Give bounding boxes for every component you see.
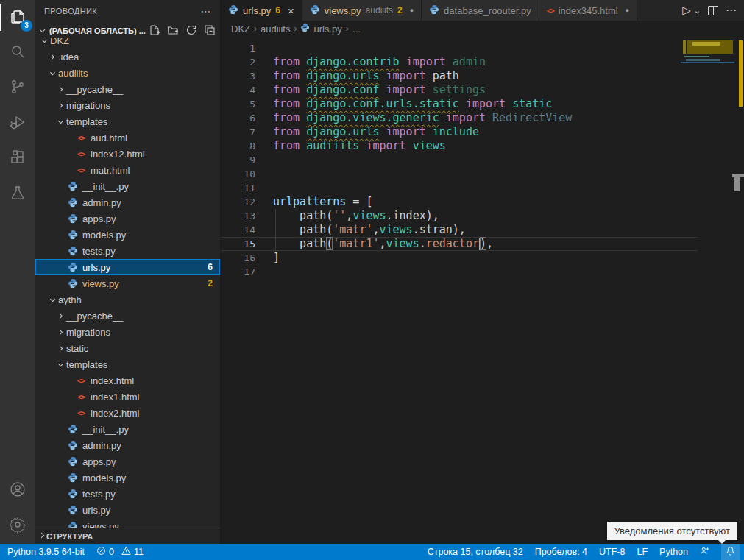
status-problems[interactable]: 011 (96, 544, 144, 560)
chevron-down-icon (38, 37, 50, 45)
code-line-11[interactable]: 11 (221, 181, 698, 195)
status-feedback[interactable] (700, 544, 709, 560)
code-line-4[interactable]: 4from django.conf import settings (221, 83, 698, 97)
activitybar-settings[interactable] (0, 508, 35, 544)
tab-urls.py[interactable]: urls.py6× (221, 0, 302, 21)
code-line-13[interactable]: 13 path('',views.index), (221, 209, 698, 223)
breadcrumb[interactable]: DKZ›audiiits›urls.py›... (221, 21, 744, 37)
split-editor-button[interactable] (708, 6, 718, 15)
tree-item-DKZ[interactable]: DKZ (35, 32, 220, 49)
breadcrumb-separator-icon: › (346, 24, 349, 34)
tree-item-__init__.py[interactable]: __init__.py (35, 421, 220, 437)
tab-bar: urls.py6×views.pyaudiiits2●database_roou… (221, 0, 744, 21)
tree-item-.idea[interactable]: .idea (35, 49, 220, 65)
tree-item-matr.html[interactable]: <>matr.html (35, 162, 220, 178)
code-line-3[interactable]: 3from django.urls import path (221, 69, 698, 83)
tree-item-__init__.py[interactable]: __init__.py (35, 178, 220, 194)
run-python-file-button[interactable]: ▷ (682, 4, 691, 17)
explorer-more-actions-icon[interactable]: ⋯ (201, 5, 211, 17)
tree-item-models.py[interactable]: models.py (35, 469, 220, 486)
breadcrumb-item[interactable]: DKZ (231, 24, 250, 35)
code-line-1[interactable]: 1 (221, 41, 698, 55)
tree-item-index1.html[interactable]: <>index1.html (35, 389, 220, 405)
activitybar-run-debug[interactable] (0, 106, 35, 141)
tree-item-index2.html[interactable]: <>index2.html (35, 405, 220, 421)
status-eol[interactable]: LF (637, 544, 648, 560)
tree-item-label: views.py (82, 278, 119, 289)
code-line-9[interactable]: 9 (221, 153, 698, 167)
tree-item-audiiits[interactable]: audiiits (35, 65, 220, 81)
tree-item-tests.py[interactable]: tests.py (35, 486, 220, 502)
tree-item-label: index1.html (91, 391, 139, 403)
tree-item-label: migrations (66, 100, 110, 111)
line-number: 15 (221, 237, 255, 251)
status-python-interpreter[interactable]: Python 3.9.5 64-bit (7, 544, 85, 560)
status-indentation[interactable]: Пробелов: 4 (535, 544, 587, 560)
editor-more-actions-button[interactable]: ⋯ (726, 4, 737, 17)
code-line-17[interactable]: 17 (221, 265, 698, 279)
tree-item-static[interactable]: static (35, 340, 220, 356)
tree-item-migrations[interactable]: migrations (35, 97, 220, 113)
close-icon[interactable]: × (288, 4, 294, 17)
run-dropdown-icon[interactable]: ⌄ (694, 6, 701, 15)
tree-item-aud.html[interactable]: <>aud.html (35, 130, 220, 146)
python-icon (429, 4, 439, 17)
tree-item-__pycache__[interactable]: __pycache__ (35, 81, 220, 97)
activitybar-testing[interactable] (0, 177, 35, 212)
scm-icon (9, 78, 26, 99)
code-line-14[interactable]: 14 path('matr',views.stran), (221, 223, 698, 237)
tab-views.py[interactable]: views.pyaudiiits2● (302, 0, 422, 21)
status-language-mode[interactable]: Python (659, 544, 688, 560)
code-line-2[interactable]: 2from django.contrib import admin (221, 55, 698, 69)
tree-item-tests.py[interactable]: tests.py (35, 243, 220, 259)
tree-item-__pycache__[interactable]: __pycache__ (35, 308, 220, 324)
activitybar-search[interactable] (0, 35, 35, 71)
breadcrumb-item[interactable]: audiiits (261, 24, 290, 35)
breadcrumb-item[interactable]: urls.py (313, 24, 341, 35)
activitybar-source-control[interactable] (0, 71, 35, 106)
tree-item-templates[interactable]: templates (35, 356, 220, 372)
python-icon (66, 424, 79, 434)
code-line-16[interactable]: 16] (221, 251, 698, 265)
tree-item-views.py[interactable]: views.py2 (35, 275, 220, 291)
tree-item-label: __init__.py (82, 424, 129, 435)
tree-item-aythh[interactable]: aythh (35, 291, 220, 308)
code-line-8[interactable]: 8from audiiits import views (221, 139, 698, 153)
tree-item-admin.py[interactable]: admin.py (35, 194, 220, 210)
activitybar-accounts[interactable] (0, 473, 35, 508)
status-encoding[interactable]: UTF-8 (599, 544, 625, 560)
code-line-12[interactable]: 12urlpatterns = [ (221, 195, 698, 209)
code-line-15[interactable]: 15 path('matr1',views.redactor), (221, 237, 698, 251)
activitybar-explorer[interactable]: 3 (0, 0, 35, 35)
code-line-10[interactable]: 10 (221, 167, 698, 181)
explorer-sidebar: ПРОВОДНИК ⋯ (РАБОЧАЯ ОБЛАСТЬ) ... DKZ.id… (35, 0, 221, 544)
code-line-6[interactable]: 6from django.views.generic import Redire… (221, 111, 698, 125)
outline-section-header[interactable]: СТРУКТУРА (35, 528, 220, 544)
tree-item-admin.py[interactable]: admin.py (35, 437, 220, 453)
search-icon (9, 43, 26, 63)
tree-item-models.py[interactable]: models.py (35, 227, 220, 243)
tree-item-label: index2.html (91, 408, 139, 419)
tab-database_roouter.py[interactable]: database_roouter.py (422, 0, 539, 21)
tree-item-index12.html[interactable]: <>index12.html (35, 146, 220, 162)
bell-icon (726, 546, 735, 558)
line-number: 16 (221, 251, 255, 265)
notifications-tooltip: Уведомления отсутствуют (607, 522, 737, 540)
tree-item-index.html[interactable]: <>index.html (35, 372, 220, 389)
tab-index345.html[interactable]: <>index345.html● (539, 0, 637, 21)
code-area[interactable]: 12from django.contrib import admin3from … (221, 37, 744, 279)
code-line-7[interactable]: 7from django.urls import include (221, 125, 698, 139)
tree-item-apps.py[interactable]: apps.py (35, 210, 220, 227)
extensions-icon (9, 149, 26, 169)
code-line-5[interactable]: 5from django.conf.urls.static import sta… (221, 97, 698, 111)
breadcrumb-item[interactable]: ... (352, 24, 361, 35)
tree-item-templates[interactable]: templates (35, 113, 220, 130)
activitybar-extensions[interactable] (0, 141, 35, 177)
status-cursor-position[interactable]: Строка 15, столбец 32 (428, 544, 523, 560)
tree-item-urls.py[interactable]: urls.py (35, 502, 220, 518)
tree-item-views.py[interactable]: views.py (35, 518, 220, 528)
tree-item-migrations[interactable]: migrations (35, 324, 220, 340)
tree-item-apps.py[interactable]: apps.py (35, 453, 220, 469)
line-number: 3 (221, 69, 255, 83)
tree-item-urls.py[interactable]: urls.py6 (35, 259, 220, 275)
